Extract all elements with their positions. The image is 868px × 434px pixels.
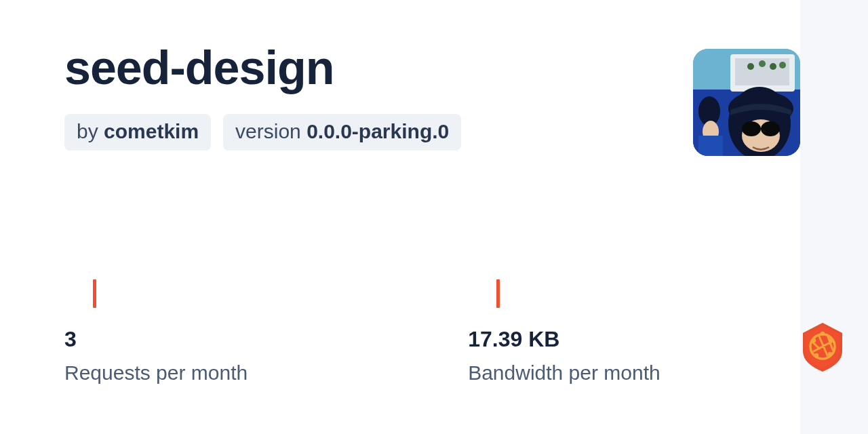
svg-point-12: [761, 121, 780, 136]
requests-value: 3: [64, 327, 248, 352]
avatar-image: [693, 49, 800, 156]
svg-point-20: [814, 353, 818, 357]
author-tag[interactable]: by cometkim: [64, 114, 211, 151]
logo-shield-icon: [800, 321, 845, 373]
sparkline-tick: [93, 279, 96, 308]
svg-point-4: [747, 63, 754, 70]
svg-point-5: [759, 60, 766, 67]
avatar[interactable]: [693, 49, 800, 156]
svg-point-6: [770, 63, 776, 70]
svg-point-21: [828, 352, 832, 356]
svg-rect-15: [698, 136, 723, 156]
svg-point-7: [779, 62, 786, 68]
bandwidth-label: Bandwidth per month: [468, 361, 660, 384]
version-tag[interactable]: version 0.0.0-parking.0: [223, 114, 461, 151]
version-prefix: version: [235, 120, 307, 142]
svg-point-19: [821, 332, 825, 336]
bandwidth-value: 17.39 KB: [468, 327, 660, 352]
svg-point-17: [812, 338, 816, 342]
author-name: cometkim: [104, 120, 199, 142]
sparkline-tick: [496, 279, 500, 308]
version-value: 0.0.0-parking.0: [307, 120, 449, 142]
svg-point-18: [829, 338, 833, 342]
svg-point-11: [742, 121, 761, 136]
stat-bandwidth: 17.39 KB Bandwidth per month: [468, 279, 660, 384]
stats-row: 3 Requests per month 17.39 KB Bandwidth …: [64, 279, 660, 384]
stat-requests: 3 Requests per month: [64, 279, 248, 384]
author-prefix: by: [77, 120, 104, 142]
requests-label: Requests per month: [64, 361, 248, 384]
